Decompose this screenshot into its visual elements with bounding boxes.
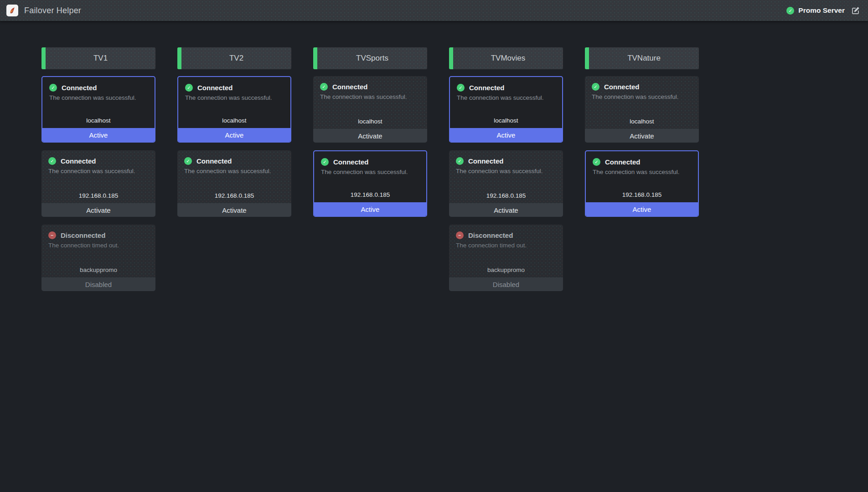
connection-card: ✓ Connected The connection was successfu… [41,76,155,143]
channel-title: TV2 [229,54,243,63]
status-label: Connected [62,84,97,92]
connection-card: ✓ Connected The connection was successfu… [585,150,699,217]
status-label: Connected [604,83,640,91]
check-circle-icon: ✓ [49,84,57,92]
card-list: ✓ Connected The connection was successfu… [177,76,291,217]
channel-column-tvnature: TVNature ✓ Connected The connection was … [585,47,699,291]
card-list: ✓ Connected The connection was successfu… [585,76,699,217]
channel-header: TVNature [585,47,699,69]
channel-column-tvmovies: TVMovies ✓ Connected The connection was … [449,47,563,291]
status-row: ✓ Connected [457,84,555,92]
channel-title: TV1 [93,54,108,63]
main-content: TV1 ✓ Connected The connection was succe… [0,21,868,291]
host-name: localhost [49,117,148,124]
card-body: ✓ Connected The connection was successfu… [177,150,291,203]
status-row: − Disconnected [456,231,556,239]
action-button: Disabled [449,277,563,291]
status-message: The connection was successful. [457,94,555,101]
check-circle-icon: ✓ [456,157,464,165]
card-list: ✓ Connected The connection was successfu… [449,76,563,291]
card-body: ✓ Connected The connection was successfu… [41,150,155,203]
host-name: backuppromo [456,266,556,273]
connection-card: ✓ Connected The connection was successfu… [585,76,699,143]
action-button[interactable]: Active [314,202,426,216]
minus-circle-icon: − [48,231,56,239]
app-header: Failover Helper ✓ Promo Server [0,0,868,21]
card-body: ✓ Connected The connection was successfu… [585,76,699,129]
action-button[interactable]: Active [450,128,562,142]
action-button: Disabled [41,277,155,291]
action-button[interactable]: Active [42,128,155,142]
status-row: ✓ Connected [321,158,419,166]
channel-header: TVMovies [449,47,563,69]
connection-card: ✓ Connected The connection was successfu… [313,76,427,143]
edit-server-icon[interactable] [852,6,860,15]
status-row: ✓ Connected [592,83,692,91]
card-body: ✓ Connected The connection was successfu… [586,151,698,202]
minus-circle-icon: − [456,231,464,239]
channel-header: TVSports [313,47,427,69]
channel-column-tv1: TV1 ✓ Connected The connection was succe… [41,47,155,291]
check-circle-icon: ✓ [320,83,328,91]
action-button[interactable]: Active [178,128,290,142]
status-row: ✓ Connected [320,83,420,91]
card-body: ✓ Connected The connection was successfu… [449,150,563,203]
channel-column-tv2: TV2 ✓ Connected The connection was succe… [177,47,291,291]
connection-card: ✓ Connected The connection was successfu… [449,150,563,217]
connection-card: ✓ Connected The connection was successfu… [41,150,155,217]
action-button[interactable]: Activate [177,203,291,217]
status-message: The connection was successful. [49,94,148,101]
action-button[interactable]: Activate [585,129,699,143]
status-label: Connected [605,158,641,166]
status-label: Disconnected [61,231,105,239]
action-button[interactable]: Activate [313,129,427,143]
status-message: The connection was successful. [48,168,149,174]
host-name: localhost [592,118,692,125]
check-circle-icon: ✓ [593,158,600,166]
host-name: 192.168.0.185 [456,192,556,199]
channel-title: TVNature [627,54,661,63]
status-label: Disconnected [468,231,513,239]
status-label: Connected [469,84,505,92]
host-name: 192.168.0.185 [184,192,284,199]
action-button[interactable]: Active [586,202,698,216]
status-label: Connected [332,83,368,91]
status-row: − Disconnected [48,231,149,239]
server-name: Promo Server [798,6,845,15]
card-body: ✓ Connected The connection was successfu… [450,77,562,128]
status-row: ✓ Connected [48,157,149,165]
status-message: The connection was successful. [593,169,691,175]
status-row: ✓ Connected [185,84,284,92]
action-button[interactable]: Activate [449,203,563,217]
status-label: Connected [197,84,233,92]
action-button[interactable]: Activate [41,203,155,217]
status-row: ✓ Connected [593,158,691,166]
card-body: ✓ Connected The connection was successfu… [314,151,426,202]
connection-card: − Disconnected The connection timed out.… [41,225,155,291]
channel-header: TV2 [177,47,291,69]
card-body: ✓ Connected The connection was successfu… [178,77,290,128]
status-message: The connection timed out. [48,242,149,249]
host-name: 192.168.0.185 [321,191,419,198]
status-row: ✓ Connected [456,157,556,165]
connection-card: ✓ Connected The connection was successfu… [449,76,563,143]
connection-card: − Disconnected The connection timed out.… [449,225,563,291]
status-message: The connection was successful. [456,168,556,174]
card-body: − Disconnected The connection timed out.… [41,225,155,277]
channel-title: TVMovies [491,54,526,63]
connection-card: ✓ Connected The connection was successfu… [313,150,427,217]
check-circle-icon: ✓ [184,157,192,165]
status-message: The connection was successful. [185,94,284,101]
host-name: localhost [320,118,420,125]
check-circle-icon: ✓ [321,158,329,166]
channel-title: TVSports [356,54,388,63]
card-body: ✓ Connected The connection was successfu… [42,77,155,128]
channel-column-tvsports: TVSports ✓ Connected The connection was … [313,47,427,291]
host-name: localhost [457,117,555,124]
card-body: ✓ Connected The connection was successfu… [313,76,427,129]
card-list: ✓ Connected The connection was successfu… [313,76,427,217]
host-name: 192.168.0.185 [48,192,149,199]
status-row: ✓ Connected [184,157,284,165]
status-message: The connection was successful. [321,169,419,175]
connection-card: ✓ Connected The connection was successfu… [177,150,291,217]
